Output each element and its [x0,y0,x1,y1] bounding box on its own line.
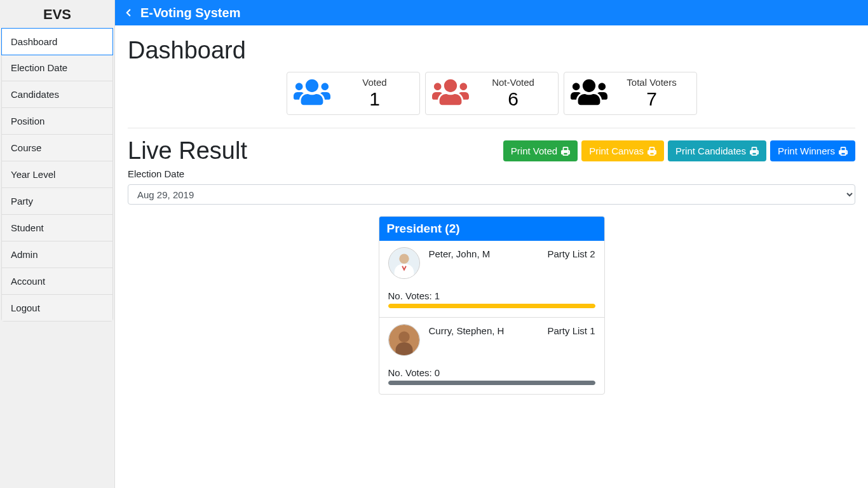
sidebar-item-label: Election Date [11,62,67,73]
result-card: President (2) Peter, John, M Party List … [379,216,605,395]
print-voted-button[interactable]: Print Voted [503,140,578,161]
sidebar-item-dashboard[interactable]: Dashboard [1,28,113,55]
progress-bar [388,304,595,308]
election-date-select[interactable]: Aug 29, 2019 [128,184,855,205]
sidebar-item-party[interactable]: Party [2,188,112,215]
votes-label: No. Votes: 0 [388,367,595,378]
stat-card-voted: Voted 1 [287,72,420,115]
result-header: President (2) [379,217,604,241]
sidebar-item-label: Logout [11,302,40,313]
stats-row: Voted 1 Not-Voted 6 [128,72,855,128]
live-header: Live Result Print Voted Print Canvas Pri… [128,137,855,165]
sidebar-item-position[interactable]: Position [2,108,112,135]
live-title: Live Result [128,137,247,165]
sidebar-item-election-date[interactable]: Election Date [2,55,112,81]
stat-label: Not-Voted [480,77,546,88]
print-buttons: Print Voted Print Canvas Print Candidate… [503,140,855,161]
sidebar-item-label: Course [11,142,41,153]
candidate-name: Peter, John, M [429,248,491,259]
candidate-party: Party List 1 [547,325,595,336]
print-icon [648,147,656,156]
sidebar-item-student[interactable]: Student [2,215,112,241]
sidebar-item-year-level[interactable]: Year Level [2,161,112,188]
button-label: Print Winners [778,146,835,156]
sidebar-item-account[interactable]: Account [2,268,112,295]
content: Dashboard Voted 1 Not-Vote [115,25,868,407]
sidebar-item-label: Student [11,222,44,233]
stat-value: 6 [480,88,546,111]
stat-label: Total Voters [619,77,685,88]
sidebar: EVS Dashboard Election Date Candidates P… [0,0,115,488]
avatar [388,247,420,279]
candidate-item: Peter, John, M Party List 2 No. Votes: 1 [379,241,604,318]
sidebar-item-label: Party [11,196,33,207]
page-title: Dashboard [128,37,855,64]
stat-label: Voted [342,77,408,88]
progress-bar [388,381,595,385]
sidebar-item-label: Admin [11,249,38,260]
brand: EVS [0,0,114,28]
topbar: E-Voting System [115,0,868,25]
sidebar-item-label: Account [11,276,45,287]
stat-card-total: Total Voters 7 [564,72,697,115]
sidebar-item-course[interactable]: Course [2,135,112,161]
sidebar-item-candidates[interactable]: Candidates [2,81,112,108]
votes-label: No. Votes: 1 [388,290,595,301]
sidebar-nav: Dashboard Election Date Candidates Posit… [1,28,113,322]
main: E-Voting System Dashboard Voted 1 [115,0,868,488]
print-canvas-button[interactable]: Print Canvas [581,140,664,161]
print-icon [839,147,848,156]
svg-point-1 [399,254,409,264]
print-icon [750,147,759,156]
sidebar-item-label: Candidates [11,89,59,100]
users-icon [432,76,469,111]
sidebar-item-logout[interactable]: Logout [2,295,112,321]
election-date-label: Election Date [128,168,855,179]
sidebar-item-label: Dashboard [11,36,57,47]
sidebar-item-admin[interactable]: Admin [2,241,112,268]
button-label: Print Canvas [589,146,644,156]
stat-value: 7 [619,88,685,111]
chevron-left-icon[interactable] [123,7,134,18]
button-label: Print Candidates [675,146,746,156]
avatar [388,324,420,356]
svg-point-3 [398,332,409,342]
topbar-title: E-Voting System [140,6,240,20]
button-label: Print Voted [511,146,557,156]
stat-value: 1 [342,88,408,111]
print-icon [561,147,570,156]
users-icon [571,76,607,111]
print-candidates-button[interactable]: Print Candidates [668,140,766,161]
stat-card-not-voted: Not-Voted 6 [425,72,559,115]
sidebar-item-label: Position [11,116,44,126]
users-icon [294,76,330,111]
sidebar-item-label: Year Level [11,169,55,180]
candidate-item: Curry, Stephen, H Party List 1 No. Votes… [379,318,604,394]
print-winners-button[interactable]: Print Winners [770,140,855,161]
candidate-party: Party List 2 [547,248,595,259]
candidate-name: Curry, Stephen, H [429,325,505,336]
